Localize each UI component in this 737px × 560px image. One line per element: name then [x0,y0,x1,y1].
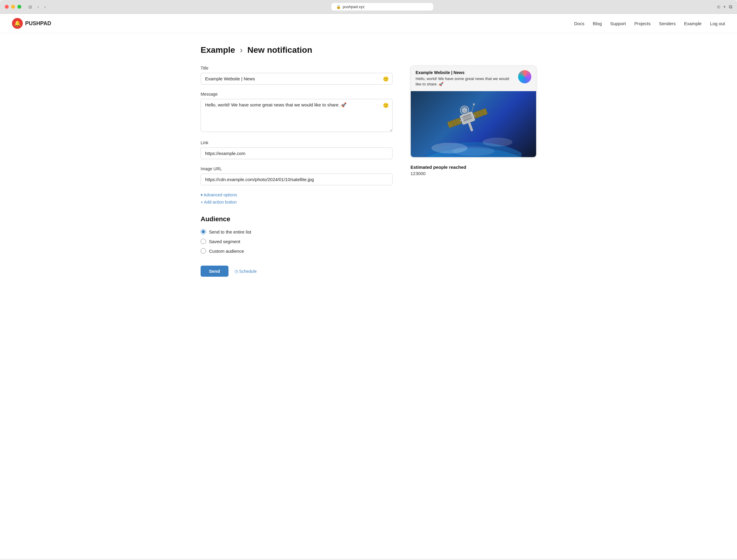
title-label: Title [201,66,392,70]
title-input-wrapper: 🙂 [201,73,392,85]
message-label: Message [201,92,392,97]
navbar: 🔔 PUSHPAD Docs Blog Support Projects Sen… [0,14,737,33]
preview-icon [518,70,531,83]
options-links: ▾ Advanced options + Add action button [201,192,392,204]
message-emoji-button[interactable]: 🙂 [383,103,389,108]
svg-point-4 [452,146,494,156]
browser-actions: ⎋ + ⧉ [717,4,732,10]
traffic-lights [5,5,21,9]
preview-message: Hello, world! We have some great news th… [416,76,515,87]
image-url-input[interactable] [201,174,392,185]
nav-senders[interactable]: Senders [659,21,676,26]
audience-segment-label: Saved segment [209,239,240,244]
audience-custom-label: Custom audience [209,249,244,254]
satellite-illustration [425,91,521,157]
message-group: Message Hello, world! We have some great… [201,92,392,133]
schedule-button[interactable]: ◷ Schedule [234,269,257,274]
svg-point-32 [473,103,475,106]
page-wrapper: 🔔 PUSHPAD Docs Blog Support Projects Sen… [0,14,737,559]
form-actions: Send ◷ Schedule [201,266,392,277]
url-input[interactable]: 🔒 pushpad.xyz [331,3,433,10]
address-bar: 🔒 pushpad.xyz [51,3,713,10]
audience-entire-label: Send to the entire list [209,229,251,234]
forward-button[interactable]: › [43,4,48,10]
audience-entire-option[interactable]: Send to the entire list [201,229,392,234]
url-text: pushpad.xyz [343,4,365,9]
close-button[interactable] [5,5,9,9]
back-button[interactable]: ‹ [36,4,41,10]
image-url-label: Image URL [201,166,392,171]
right-column: Example Website | News Hello, world! We … [410,66,536,176]
brand-icon: 🔔 [12,18,23,29]
audience-segment-radio[interactable] [201,239,206,244]
breadcrumb-separator: › [240,45,243,55]
content-grid: Title 🙂 Message Hello, world! We have so… [201,66,536,277]
stats-value: 123000 [410,171,425,176]
image-url-group: Image URL [201,166,392,185]
form-column: Title 🙂 Message Hello, world! We have so… [201,66,392,277]
maximize-button[interactable] [17,5,21,9]
navbar-links: Docs Blog Support Projects Senders Examp… [574,21,725,26]
preview-image [411,91,536,157]
minimize-button[interactable] [11,5,15,9]
share-button[interactable]: ⎋ [717,4,720,10]
browser-window: ⊟ ‹ › 🔒 pushpad.xyz ⎋ + ⧉ 🔔 PUSHPAD Docs [0,0,737,559]
message-textarea-wrapper: Hello, world! We have some great news th… [201,99,392,133]
lock-icon: 🔒 [336,4,341,9]
audience-title: Audience [201,215,392,223]
brand-name: PUSHPAD [25,20,51,27]
audience-radio-group: Send to the entire list Saved segment Cu… [201,229,392,254]
breadcrumb-project: Example [201,45,235,55]
main-content: Example › New notification Title 🙂 [189,33,548,295]
preview-header: Example Website | News Hello, world! We … [411,66,536,91]
nav-docs[interactable]: Docs [574,21,584,26]
link-group: Link [201,140,392,159]
browser-titlebar: ⊟ ‹ › 🔒 pushpad.xyz ⎋ + ⧉ [0,0,737,14]
audience-custom-option[interactable]: Custom audience [201,248,392,254]
title-emoji-button[interactable]: 🙂 [383,76,389,82]
audience-custom-radio[interactable] [201,248,206,254]
message-textarea[interactable]: Hello, world! We have some great news th… [201,99,392,132]
link-input[interactable] [201,147,392,159]
title-input[interactable] [201,73,392,85]
nav-support[interactable]: Support [610,21,626,26]
nav-blog[interactable]: Blog [593,21,602,26]
sidebar-toggle-button[interactable]: ⊟ [27,4,34,10]
tabs-button[interactable]: ⧉ [729,4,732,10]
page-title: Example › New notification [201,45,536,55]
svg-line-31 [470,104,476,112]
link-label: Link [201,140,392,145]
brand-link[interactable]: 🔔 PUSHPAD [12,18,51,29]
svg-point-3 [482,138,512,147]
audience-segment-option[interactable]: Saved segment [201,239,392,244]
audience-section: Audience Send to the entire list Saved s… [201,215,392,254]
nav-example[interactable]: Example [684,21,702,26]
new-tab-button[interactable]: + [723,4,726,10]
nav-logout[interactable]: Log out [710,21,725,26]
advanced-options-link[interactable]: ▾ Advanced options [201,192,392,197]
svg-rect-30 [468,122,473,132]
add-action-button-link[interactable]: + Add action button [201,200,392,204]
breadcrumb-page: New notification [247,45,312,55]
preview-text-content: Example Website | News Hello, world! We … [416,70,515,87]
title-group: Title 🙂 [201,66,392,85]
browser-controls: ⊟ ‹ › [27,4,47,10]
audience-stats: Estimated people reached 123000 [410,165,536,176]
nav-projects[interactable]: Projects [634,21,651,26]
send-button[interactable]: Send [201,266,228,277]
preview-title: Example Website | News [416,70,515,75]
stats-label: Estimated people reached [410,165,466,170]
audience-entire-radio[interactable] [201,229,206,234]
preview-card: Example Website | News Hello, world! We … [410,66,536,157]
